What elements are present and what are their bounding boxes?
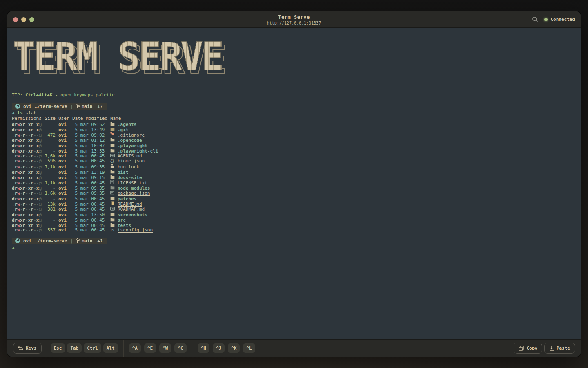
file-date: 5 mar 00:45	[72, 218, 107, 223]
file-name: biome.json	[118, 158, 575, 164]
minimize-button[interactable]	[21, 17, 26, 22]
connected-label: Connected	[550, 17, 575, 22]
prompt-arrow: →	[12, 110, 15, 116]
file-owner: ovi	[58, 148, 69, 154]
file-permissions: drwxr-xr-x@	[12, 175, 45, 180]
prompt-separator: |	[70, 238, 73, 244]
esc-key-button[interactable]: Esc	[51, 343, 65, 353]
ascii-logo: TERM SERVE TERM SERVE	[13, 40, 241, 76]
file-permissions: .rw-r--r--@	[12, 227, 45, 233]
folder-icon	[110, 148, 116, 153]
file-date: 5 mar 09:52	[72, 122, 107, 127]
tab-key-button[interactable]: Tab	[67, 343, 82, 353]
ls-row: .rw-r--r--@596ovi 5 mar 00:45{}biome.jso…	[12, 158, 575, 164]
paste-icon	[549, 346, 554, 351]
window-title-group: Term Serve http://127.0.0.1:31337	[267, 14, 321, 25]
readme-book-icon	[110, 201, 116, 206]
ls-row: .rw-r--r--@381ovi 5 mar 00:45ROADMAP.md	[12, 206, 575, 211]
file-name: .gitignore	[118, 132, 575, 138]
file-date: 5 mar 13:49	[72, 127, 107, 132]
file-size: 472	[45, 132, 56, 138]
prompt-separator: |	[70, 104, 73, 109]
ctrl-l-key-button[interactable]: ^L	[243, 343, 255, 353]
file-owner: ovi	[58, 218, 69, 223]
file-permissions: .rw-r--r--@	[12, 180, 45, 186]
ctrl-j-key-button[interactable]: ^J	[213, 343, 225, 353]
folder-icon	[110, 169, 116, 174]
copy-button[interactable]: Copy	[514, 343, 542, 354]
git-status: +?	[97, 238, 102, 244]
bottom-toolbar: Keys EscTabCtrlAlt ^A^E^W^C ^H^J^K^L Cop…	[7, 339, 581, 357]
ascii-logo-text: TERM SERVE	[13, 40, 223, 74]
close-button[interactable]	[13, 17, 18, 22]
file-owner: ovi	[58, 138, 69, 143]
file-date: 5 mar 09:35	[72, 186, 107, 191]
folder-icon	[110, 211, 116, 217]
file-owner: ovi	[58, 175, 69, 180]
ctrl-a-key-button[interactable]: ^A	[129, 343, 141, 353]
file-size: -	[45, 186, 56, 191]
git-status: +?	[97, 104, 102, 109]
git-icon	[110, 132, 116, 137]
ls-output: drwxr-xr-x@-ovi 5 mar 09:52.agentsdrwxr-…	[12, 121, 575, 233]
ls-row: drwxr-xr-x@-ovi 5 mar 13:53.playwright-c…	[12, 148, 575, 153]
terminal-screen[interactable]: TERM SERVE TERM SERVE TIP: Ctrl+Alt+K - …	[7, 28, 581, 339]
prompt-path: …/term-serve	[35, 104, 67, 109]
ls-row: drwxr-xr-x@-ovi 5 mar 09:15docs-site	[12, 174, 575, 180]
ls-column-header: User	[58, 116, 69, 121]
swap-arrows-icon	[18, 346, 23, 350]
prompt-arrow: →	[12, 245, 15, 251]
titlebar-controls: Connected	[532, 16, 575, 23]
file-permissions: drwxr-xr-x@	[12, 170, 45, 175]
paste-button[interactable]: Paste	[544, 343, 575, 354]
keys-button[interactable]: Keys	[13, 343, 42, 354]
command-args: -lah	[26, 110, 37, 116]
server-url: http://127.0.0.1:31337	[267, 20, 321, 25]
file-name: bun.lock	[118, 164, 575, 170]
ls-row: .rw-r--r--@472ovi 5 mar 09:02.gitignore	[12, 132, 575, 137]
ctrl-w-key-button[interactable]: ^W	[159, 343, 171, 353]
file-date: 5 mar 13:53	[72, 148, 107, 154]
git-branch-icon	[76, 104, 80, 109]
window-title: Term Serve	[267, 14, 321, 20]
ctrl-c-key-button[interactable]: ^C	[174, 343, 186, 353]
ls-row: .rw-r--r--@13kovi 5 mar 00:45README.md	[12, 201, 575, 206]
shell-prompt: ovi …/term-serve | main +?	[12, 103, 107, 110]
file-size: -	[45, 212, 56, 218]
ls-row: drwxr-xr-x@-ovi 5 mar 01:12.opencode	[12, 137, 575, 142]
ctrl-key-button[interactable]: Ctrl	[84, 343, 101, 353]
file-date: 5 mar 09:15	[72, 175, 107, 180]
folder-icon	[110, 137, 116, 142]
file-size: -	[45, 196, 56, 202]
command-name: ls	[18, 110, 23, 116]
file-date: 5 mar 00:45	[72, 227, 107, 233]
file-permissions: drwxr-xr-x@	[12, 212, 45, 218]
ls-row: .rw-r--r--@1,6kovi 5 mar 09:35package.js…	[12, 190, 575, 195]
file-date: 5 mar 13:19	[72, 170, 107, 175]
ctrl-k-key-button[interactable]: ^K	[228, 343, 240, 353]
file-permissions: .rw-r--r--@	[12, 164, 45, 170]
file-date: 5 mar 09:35	[72, 164, 107, 170]
git-branch-name: main	[82, 104, 93, 109]
ctrl-e-key-button[interactable]: ^E	[144, 343, 156, 353]
ls-column-header: Permissions	[12, 116, 45, 121]
alt-key-button[interactable]: Alt	[103, 343, 118, 353]
file-size: -	[45, 143, 56, 148]
folder-icon	[110, 195, 116, 201]
file-size: 1,6k	[45, 191, 56, 196]
ctrl-h-key-button[interactable]: ^H	[198, 343, 209, 353]
document-icon	[110, 180, 116, 185]
file-owner: ovi	[58, 132, 69, 138]
file-owner: ovi	[58, 127, 69, 132]
file-size: -	[45, 122, 56, 127]
ls-row: .rw-r--r--@7,6kovi 5 mar 00:45AGENTS.md	[12, 153, 575, 158]
toolbar-divider	[192, 340, 192, 357]
ls-column-header: Date Modified	[72, 116, 107, 121]
toolbar-divider	[261, 340, 261, 357]
markdown-icon	[110, 153, 116, 158]
ls-row: .rw-r--r--@557ovi 5 mar 00:45TStsconfig.…	[12, 227, 575, 233]
search-icon[interactable]	[532, 16, 539, 23]
app-window: Term Serve http://127.0.0.1:31337 Connec…	[7, 11, 581, 357]
maximize-button[interactable]	[29, 17, 34, 22]
file-owner: ovi	[58, 191, 69, 196]
